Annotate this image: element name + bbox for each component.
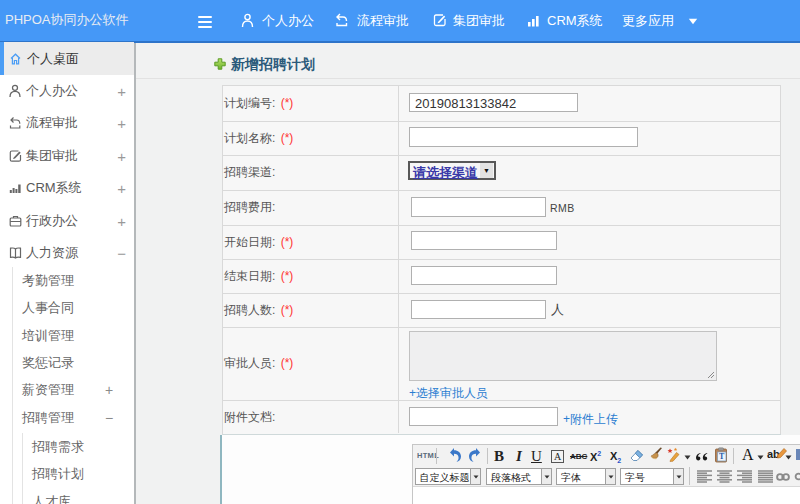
svg-text:T: T [719, 452, 725, 461]
